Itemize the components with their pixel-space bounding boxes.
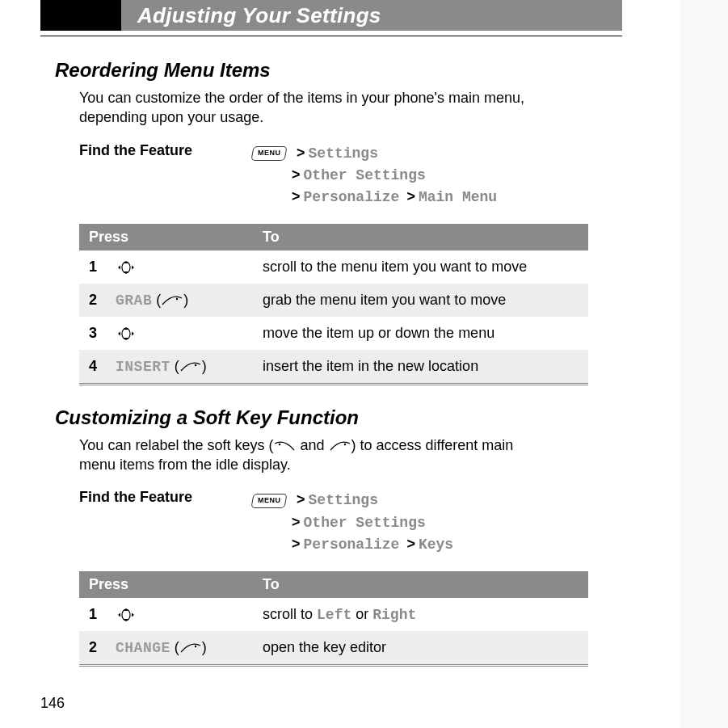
nav-key-icon bbox=[116, 327, 137, 340]
find-feature-label: Find the Feature bbox=[79, 489, 233, 554]
section2-path: MENU >Settings >Other Settings >Personal… bbox=[252, 489, 453, 554]
svg-marker-18 bbox=[132, 613, 134, 617]
section1-heading: Reordering Menu Items bbox=[55, 59, 622, 82]
svg-marker-3 bbox=[118, 266, 120, 270]
softkey-right-icon bbox=[179, 642, 202, 654]
section2-heading: Customizing a Soft Key Function bbox=[55, 406, 622, 429]
menu-key-icon: MENU bbox=[250, 494, 287, 508]
svg-point-12 bbox=[279, 444, 280, 445]
col-press: Press bbox=[79, 571, 253, 598]
svg-marker-17 bbox=[118, 613, 120, 617]
svg-point-14 bbox=[122, 609, 130, 621]
header-title: Adjusting Your Settings bbox=[137, 3, 381, 28]
section1-table: Press To 1 scroll to the menu item you w… bbox=[79, 224, 588, 385]
section1-path: MENU >Settings >Other Settings >Personal… bbox=[252, 142, 497, 208]
section2-intro: You can relabel the soft keys ( and ) to… bbox=[79, 436, 532, 475]
svg-point-6 bbox=[122, 328, 130, 339]
nav-key-icon bbox=[116, 261, 137, 274]
nav-key-icon bbox=[116, 608, 137, 621]
section1-find-feature: Find the Feature MENU >Settings >Other S… bbox=[79, 142, 622, 208]
col-to: To bbox=[253, 571, 588, 598]
table-row: 4 INSERT () insert the item in the new l… bbox=[79, 350, 588, 385]
header-divider bbox=[40, 36, 622, 36]
svg-point-0 bbox=[122, 262, 130, 273]
svg-point-13 bbox=[343, 444, 345, 445]
section2-find-feature: Find the Feature MENU >Settings >Other S… bbox=[79, 489, 622, 554]
softkey-right-icon bbox=[179, 361, 202, 372]
table-row: 3 move the item up or down the menu bbox=[79, 317, 588, 350]
header-bar: Adjusting Your Settings bbox=[40, 0, 622, 31]
softkey-right-icon bbox=[161, 295, 183, 306]
svg-marker-9 bbox=[118, 332, 120, 336]
page-number: 146 bbox=[40, 695, 65, 712]
col-press: Press bbox=[79, 224, 253, 250]
softkey-left-icon bbox=[273, 440, 296, 452]
table-row: 2 CHANGE () open the key editor bbox=[79, 631, 588, 666]
menu-key-icon: MENU bbox=[250, 146, 287, 161]
right-margin-strip bbox=[680, 0, 728, 728]
svg-point-19 bbox=[195, 646, 196, 647]
svg-point-11 bbox=[195, 364, 196, 366]
section2-table: Press To 1 scroll to Left or Right bbox=[79, 571, 588, 667]
softkey-right-icon bbox=[329, 440, 351, 452]
table-row: 2 GRAB () grab the menu item you want to… bbox=[79, 284, 588, 317]
svg-marker-10 bbox=[132, 332, 134, 336]
col-to: To bbox=[253, 224, 588, 250]
section1-intro: You can customize the order of the items… bbox=[79, 88, 532, 128]
table-row: 1 scroll to Left or Right bbox=[79, 598, 588, 631]
table-row: 1 scroll to the menu item you want to mo… bbox=[79, 250, 588, 284]
svg-point-5 bbox=[176, 298, 178, 300]
page: Adjusting Your Settings Reordering Menu … bbox=[40, 0, 622, 667]
find-feature-label: Find the Feature bbox=[79, 142, 233, 208]
svg-marker-4 bbox=[132, 266, 134, 270]
